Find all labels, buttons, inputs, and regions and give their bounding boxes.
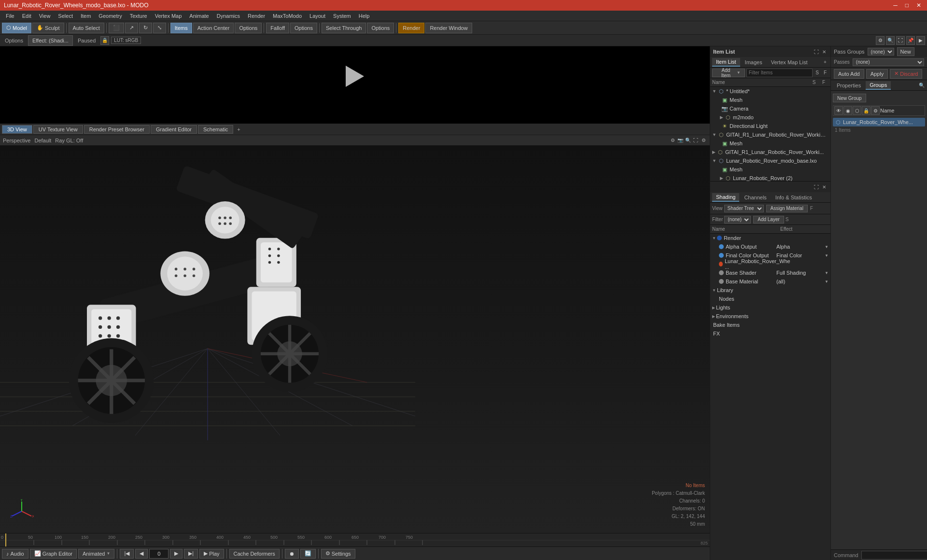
- viewport-search-icon[interactable]: 🔍: [886, 36, 895, 45]
- auto-select-btn[interactable]: Auto Select: [69, 23, 104, 33]
- options-btn-3[interactable]: Options: [367, 23, 394, 33]
- transform-btn-4[interactable]: ⤡: [153, 23, 166, 33]
- menu-select[interactable]: Select: [54, 12, 77, 20]
- viewport-3d[interactable]: Perspective Default Ray GL: Off ⚙ 📷 🔍 ⛶ …: [0, 135, 710, 533]
- list-item[interactable]: ▣ Mesh: [710, 139, 830, 148]
- list-item[interactable]: ▼ ⬡ GITAI_R1_Lunar_Robotic_Rover_Working…: [710, 130, 830, 139]
- group-icon-4[interactable]: 🔒: [862, 106, 871, 115]
- sculpt-mode-btn[interactable]: ✋ Sculpt: [32, 23, 64, 33]
- pause-lock-icon[interactable]: 🔒: [100, 36, 109, 45]
- shader-item[interactable]: Base Shader Full Shading ▼: [710, 268, 830, 277]
- list-item[interactable]: ☀ Directional Light: [710, 122, 830, 130]
- list-item[interactable]: ▶ ⬡ Lunar_Robotic_Rover (2): [710, 174, 830, 181]
- assign-material-btn[interactable]: Assign Material: [766, 205, 808, 212]
- new-btn[interactable]: New: [897, 47, 914, 56]
- options-btn-1[interactable]: Options: [235, 23, 262, 33]
- menu-system[interactable]: System: [329, 12, 355, 20]
- vp-settings-icon[interactable]: ⚙: [669, 137, 676, 144]
- pass-groups-select[interactable]: (none): [868, 48, 894, 56]
- shader-item[interactable]: FX: [710, 329, 830, 338]
- play-btn[interactable]: ▶ Play: [199, 549, 224, 559]
- tab-uv-texture[interactable]: UV Texture View: [33, 125, 83, 134]
- menu-animate[interactable]: Animate: [185, 12, 212, 20]
- action-center-btn[interactable]: Action Center: [193, 23, 234, 33]
- close-btn[interactable]: ✕: [914, 2, 923, 9]
- transform-btn-1[interactable]: ⬛: [109, 23, 124, 33]
- transform-btn-2[interactable]: ↗: [125, 23, 138, 33]
- timeline-track[interactable]: 0 50 100 150 200 250 300: [0, 533, 710, 546]
- menu-layout[interactable]: Layout: [306, 12, 329, 20]
- add-layer-btn[interactable]: Add Layer: [753, 216, 784, 224]
- item-list-settings-icon[interactable]: ✕: [821, 48, 828, 55]
- tabs-more-icon[interactable]: +: [822, 59, 829, 66]
- menu-texture[interactable]: Texture: [126, 12, 151, 20]
- play-button[interactable]: [340, 62, 369, 91]
- shader-item[interactable]: Alpha Output Alpha ▼: [710, 242, 830, 251]
- tab-properties[interactable]: Properties: [833, 82, 865, 89]
- vp-search-icon[interactable]: 🔍: [685, 137, 691, 144]
- shader-tree-select[interactable]: Shader Tree: [724, 205, 764, 212]
- viewport-default[interactable]: Default: [34, 138, 51, 143]
- vp-camera-icon[interactable]: 📷: [677, 137, 684, 144]
- select-through-btn[interactable]: Select Through: [322, 23, 366, 33]
- shader-item[interactable]: Bake Items: [710, 321, 830, 329]
- menu-render[interactable]: Render: [244, 12, 269, 20]
- props-search-icon[interactable]: 🔍: [918, 82, 925, 89]
- auto-add-btn[interactable]: Auto Add: [834, 69, 864, 79]
- group-icon-5[interactable]: ⚙: [871, 106, 880, 115]
- viewport-perspective[interactable]: Perspective: [3, 138, 30, 143]
- list-item[interactable]: ▣ Mesh: [710, 96, 830, 104]
- command-input[interactable]: [861, 551, 927, 560]
- graph-editor-btn[interactable]: 📈 Graph Editor: [30, 549, 77, 559]
- record-btn[interactable]: ⏺: [285, 549, 299, 559]
- menu-vertex-map[interactable]: Vertex Map: [151, 12, 186, 20]
- menu-maxtomodo[interactable]: MaxToModo: [269, 12, 306, 20]
- titlebar-controls[interactable]: ─ □ ✕: [891, 2, 923, 9]
- cache-deformers-btn[interactable]: Cache Deformers: [229, 549, 280, 559]
- viewport-settings-icon[interactable]: ⚙: [876, 36, 885, 45]
- viewport-pin-icon[interactable]: 📌: [906, 36, 915, 45]
- discard-btn[interactable]: ✕ Discard: [890, 69, 922, 79]
- tab-channels[interactable]: Channels: [740, 194, 770, 201]
- viewport-ray-gl[interactable]: Ray GL: Off: [55, 138, 83, 143]
- menu-dynamics[interactable]: Dynamics: [213, 12, 244, 20]
- group-item[interactable]: ⬡ Lunar_Robotic_Rover_Whe...: [833, 118, 925, 126]
- vp-gear-icon[interactable]: ⚙: [700, 137, 707, 144]
- settings-btn[interactable]: ⚙ Settings: [321, 549, 355, 559]
- render-window-btn[interactable]: Render Window: [425, 23, 472, 33]
- falloff-btn[interactable]: Falloff: [266, 23, 289, 33]
- shader-item[interactable]: Nodes: [710, 294, 830, 303]
- viewport-more-icon[interactable]: ▶: [916, 36, 925, 45]
- tab-info-statistics[interactable]: Info & Statistics: [772, 194, 816, 201]
- shading-close-icon[interactable]: ✕: [821, 183, 828, 190]
- tab-schematic[interactable]: Schematic: [198, 125, 233, 134]
- maximize-btn[interactable]: □: [903, 2, 911, 9]
- shader-item[interactable]: ▶ Lights: [710, 303, 830, 312]
- vp-maximize-icon[interactable]: ⛶: [692, 137, 699, 144]
- shader-item[interactable]: Base Material (all) ▼: [710, 277, 830, 286]
- list-item[interactable]: ▣ Mesh: [710, 165, 830, 174]
- list-item[interactable]: ▶ ⬡ m2modo: [710, 113, 830, 122]
- viewport-maximize-icon[interactable]: ⛶: [896, 36, 905, 45]
- shader-item[interactable]: Lunar_Robotic_Rover_Whe ...: [710, 260, 830, 268]
- menu-file[interactable]: File: [2, 12, 18, 20]
- frame-input[interactable]: 0: [149, 549, 169, 559]
- poses-select[interactable]: (none): [853, 58, 924, 66]
- shader-item[interactable]: ▼ Render: [710, 234, 830, 242]
- new-group-btn[interactable]: New Group: [833, 94, 866, 102]
- menu-edit[interactable]: Edit: [18, 12, 35, 20]
- effect-arrow[interactable]: ▼: [825, 271, 829, 275]
- effect-arrow[interactable]: ▼: [825, 253, 829, 258]
- tab-images[interactable]: Images: [741, 58, 766, 66]
- add-item-btn[interactable]: Add Item ▼: [712, 69, 745, 77]
- items-btn[interactable]: Items: [170, 23, 192, 33]
- menu-item[interactable]: Item: [77, 12, 95, 20]
- tab-vertex-map-list[interactable]: Vertex Map List: [767, 58, 812, 66]
- list-item[interactable]: ▼ ⬡ Lunar_Robotic_Rover_modo_base.lxo: [710, 156, 830, 165]
- tab-3d-view[interactable]: 3D View: [2, 125, 32, 134]
- next-frame-btn[interactable]: ▶: [170, 549, 183, 559]
- menu-geometry[interactable]: Geometry: [95, 12, 126, 20]
- effect-btn[interactable]: Effect: (Shadi...: [28, 35, 73, 46]
- options-btn-2[interactable]: Options: [290, 23, 317, 33]
- prev-frame-btn[interactable]: ◀: [135, 549, 148, 559]
